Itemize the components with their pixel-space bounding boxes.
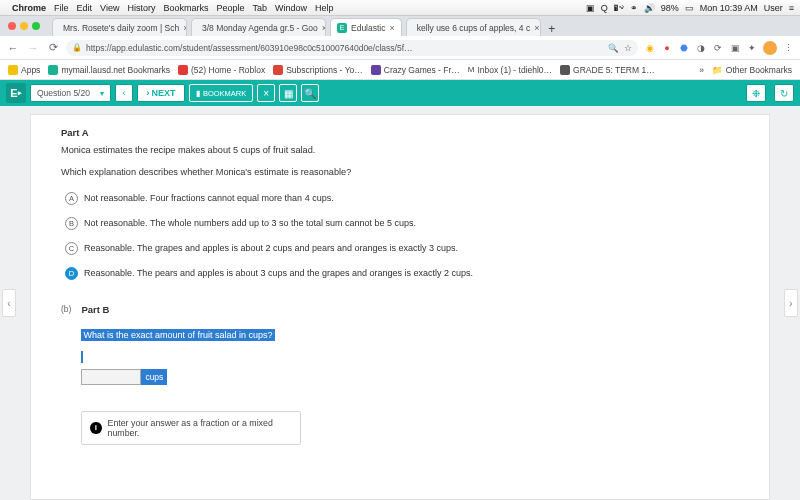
option-b[interactable]: BNot reasonable. The whole numbers add u…	[65, 217, 739, 230]
part-b-question: What is the exact amount of fruit salad …	[81, 329, 274, 341]
address-bar[interactable]: 🔒 https://app.edulastic.com/student/asse…	[66, 40, 638, 56]
ext-icon[interactable]: ⬣	[678, 42, 690, 54]
forward-button[interactable]: →	[26, 42, 40, 54]
option-text: Not reasonable. The whole numbers add up…	[84, 218, 416, 228]
hint-box: i Enter your answer as a fraction or a m…	[81, 411, 301, 445]
option-bubble[interactable]: A	[65, 192, 78, 205]
ext-icon[interactable]: ◑	[695, 42, 707, 54]
option-text: Reasonable. The grapes and apples is abo…	[84, 243, 458, 253]
answer-unit: cups	[141, 369, 167, 385]
next-button[interactable]: ›NEXT	[137, 84, 185, 102]
tab-title: kelly use 6 cups of apples, 4 c	[417, 23, 530, 33]
zoom-tool-button[interactable]: 🔍	[301, 84, 319, 102]
extensions-icon[interactable]: ✦	[746, 42, 758, 54]
volume-icon[interactable]: 🔊	[644, 3, 655, 13]
edulastic-toolbar: E▸ Question 5/20▾ ‹ ›NEXT ▮BOOKMARK × ▦ …	[0, 80, 800, 106]
star-icon[interactable]: ☆	[624, 43, 632, 53]
bookmark-item[interactable]: MInbox (1) - tdiehl0…	[468, 65, 552, 75]
bluetooth-icon[interactable]: ⚭	[630, 3, 638, 13]
option-bubble[interactable]: B	[65, 217, 78, 230]
close-tool-button[interactable]: ×	[257, 84, 275, 102]
bookmark-icon: ▮	[196, 89, 200, 98]
answer-input[interactable]	[81, 369, 141, 385]
bookmark-item[interactable]: Crazy Games - Fr…	[371, 65, 460, 75]
wifi-icon[interactable]: �༄	[614, 3, 624, 13]
ext-icon[interactable]: ◉	[644, 42, 656, 54]
favicon-e: E	[337, 23, 347, 33]
close-icon[interactable]: ×	[322, 23, 326, 33]
bookmark-button[interactable]: ▮BOOKMARK	[189, 84, 253, 102]
answer-row: cups	[81, 369, 739, 385]
option-text: Not reasonable. Four fractions cannot eq…	[84, 193, 334, 203]
mac-app-name[interactable]: Chrome	[12, 3, 46, 13]
refresh-button[interactable]: ↻	[774, 84, 794, 102]
info-icon: i	[90, 422, 101, 434]
option-a[interactable]: ANot reasonable. Four fractions cannot e…	[65, 192, 739, 205]
question-line: Which explanation describes whether Moni…	[61, 166, 739, 180]
cast-icon[interactable]: ▣	[729, 42, 741, 54]
part-b-title: Part B	[81, 304, 739, 315]
bookmark-overflow[interactable]: »	[699, 65, 704, 75]
chrome-tab-strip: SMrs. Rosete's daily zoom | Sch× ▤3/8 Mo…	[0, 16, 800, 36]
bookmark-item[interactable]: GRADE 5: TERM 1…	[560, 65, 655, 75]
question-panel: Part A Monica estimates the recipe makes…	[30, 114, 770, 500]
content-stage: ‹ › Part A Monica estimates the recipe m…	[0, 106, 800, 500]
question-line: Monica estimates the recipe makes about …	[61, 144, 739, 158]
other-bookmarks[interactable]: 📁Other Bookmarks	[712, 65, 792, 75]
lock-icon: 🔒	[72, 43, 82, 52]
answer-options: ANot reasonable. Four fractions cannot e…	[65, 192, 739, 280]
chevron-down-icon: ▾	[100, 89, 104, 98]
url-text: https://app.edulastic.com/student/assess…	[86, 43, 413, 53]
bookmarks-bar: Apps mymail.lausd.net Bookmarks (52) Hom…	[0, 60, 800, 80]
prev-page-caret[interactable]: ‹	[2, 289, 16, 317]
text-cursor	[81, 351, 83, 363]
next-page-caret[interactable]: ›	[784, 289, 798, 317]
ext-icon[interactable]: ⟳	[712, 42, 724, 54]
reload-button[interactable]: ⟳	[46, 41, 60, 54]
tab-title: Edulastic	[351, 23, 386, 33]
close-icon[interactable]: ×	[390, 23, 395, 33]
spotlight-icon[interactable]: Q	[601, 3, 608, 13]
back-button[interactable]: ←	[6, 42, 20, 54]
window-controls[interactable]	[8, 22, 40, 30]
close-icon[interactable]: ×	[534, 23, 539, 33]
option-bubble[interactable]: D	[65, 267, 78, 280]
tab-title: 3/8 Monday Agenda gr.5 - Goo	[202, 23, 318, 33]
extensions: ◉ ● ⬣ ◑ ⟳ ▣ ✦ ⋮	[644, 41, 794, 55]
menu-extra-icon[interactable]: ≡	[789, 3, 794, 13]
bookmark-item[interactable]: mymail.lausd.net Bookmarks	[48, 65, 170, 75]
battery-icon[interactable]: ▭	[685, 3, 694, 13]
calculator-button[interactable]: ▦	[279, 84, 297, 102]
control-center-icon[interactable]: ▣	[586, 3, 595, 13]
mac-menu-bar: Chrome FileEditViewHistoryBookmarksPeopl…	[0, 0, 800, 16]
chrome-toolbar: ← → ⟳ 🔒 https://app.edulastic.com/studen…	[0, 36, 800, 60]
option-bubble[interactable]: C	[65, 242, 78, 255]
tab-2[interactable]: EEdulastic×	[330, 18, 402, 36]
avatar-icon[interactable]	[763, 41, 777, 55]
tab-1[interactable]: ▤3/8 Monday Agenda gr.5 - Goo×	[191, 18, 326, 36]
part-b-marker: (b)	[61, 304, 71, 314]
tab-title: Mrs. Rosete's daily zoom | Sch	[63, 23, 179, 33]
app-logo[interactable]: E▸	[6, 83, 26, 103]
hint-text: Enter your answer as a fraction or a mix…	[108, 418, 293, 438]
new-tab-button[interactable]: +	[545, 22, 559, 36]
question-selector[interactable]: Question 5/20▾	[30, 84, 111, 102]
close-icon[interactable]: ×	[183, 23, 187, 33]
apps-shortcut[interactable]: Apps	[8, 65, 40, 75]
option-c[interactable]: CReasonable. The grapes and apples is ab…	[65, 242, 739, 255]
option-text: Reasonable. The pears and apples is abou…	[84, 268, 473, 278]
bookmark-item[interactable]: Subscriptions - Yo…	[273, 65, 363, 75]
help-button[interactable]: ❉	[746, 84, 766, 102]
prev-button[interactable]: ‹	[115, 84, 133, 102]
zoom-icon[interactable]: 🔍	[608, 43, 619, 53]
part-a-title: Part A	[61, 127, 739, 138]
mac-menu-items[interactable]: FileEditViewHistoryBookmarksPeopleTabWin…	[54, 3, 342, 13]
clock[interactable]: Mon 10:39 AM	[700, 3, 758, 13]
tab-3[interactable]: ▸kelly use 6 cups of apples, 4 c×	[406, 18, 541, 36]
tab-0[interactable]: SMrs. Rosete's daily zoom | Sch×	[52, 18, 187, 36]
bookmark-item[interactable]: (52) Home - Roblox	[178, 65, 265, 75]
ext-icon[interactable]: ●	[661, 42, 673, 54]
user-label[interactable]: User	[764, 3, 783, 13]
kebab-icon[interactable]: ⋮	[782, 42, 794, 54]
option-d[interactable]: DReasonable. The pears and apples is abo…	[65, 267, 739, 280]
